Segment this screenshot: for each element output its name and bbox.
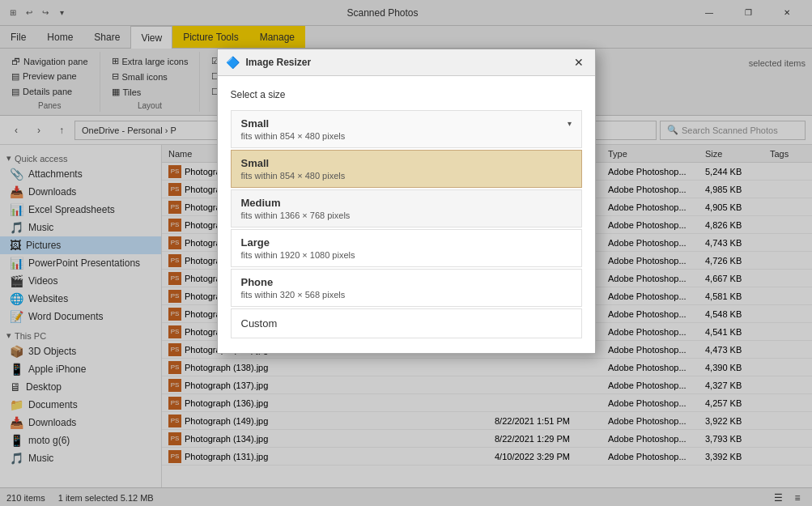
size-medium-header: Medium: [232, 190, 581, 210]
size-small-selected-name: Small: [241, 157, 270, 169]
chevron-down-icon: ▾: [568, 119, 572, 128]
modal-subtitle: Select a size: [231, 89, 582, 100]
size-option-medium[interactable]: Medium fits within 1366 × 768 pixels: [231, 189, 582, 227]
modal-title: Image Resizer: [246, 57, 571, 68]
size-phone-desc: fits within 320 × 568 pixels: [232, 290, 581, 306]
size-medium-name: Medium: [241, 197, 281, 209]
size-option-small-desc: fits within 854 × 480 pixels: [232, 131, 581, 147]
image-resizer-modal: 🔷 Image Resizer ✕ Select a size Small ▾ …: [217, 49, 596, 354]
size-medium-desc: fits within 1366 × 768 pixels: [232, 210, 581, 227]
size-option-small-header: Small ▾: [232, 111, 581, 131]
size-phone-name: Phone: [241, 276, 274, 288]
size-large-header: Large: [232, 230, 581, 250]
modal-close-button[interactable]: ✕: [571, 54, 587, 70]
modal-overlay: 🔷 Image Resizer ✕ Select a size Small ▾ …: [0, 0, 812, 506]
size-option-phone[interactable]: Phone fits within 320 × 568 pixels: [231, 269, 582, 307]
modal-body: Select a size Small ▾ fits within 854 × …: [218, 76, 595, 353]
size-large-name: Large: [241, 236, 270, 249]
size-option-custom[interactable]: Custom: [231, 308, 582, 338]
modal-header: 🔷 Image Resizer ✕: [218, 49, 595, 76]
size-option-small-selected-header: Small: [232, 151, 581, 171]
modal-icon: 🔷: [226, 56, 240, 69]
size-option-small-selected[interactable]: Small fits within 854 × 480 pixels: [231, 150, 582, 188]
size-phone-header: Phone: [232, 270, 581, 290]
size-large-desc: fits within 1920 × 1080 pixels: [232, 250, 581, 266]
size-option-small-collapsed[interactable]: Small ▾ fits within 854 × 480 pixels: [231, 110, 582, 148]
size-option-small-name: Small: [241, 117, 270, 130]
size-option-large[interactable]: Large fits within 1920 × 1080 pixels: [231, 229, 582, 267]
size-small-selected-desc: fits within 854 × 480 pixels: [232, 171, 581, 187]
size-custom-label: Custom: [232, 309, 581, 338]
